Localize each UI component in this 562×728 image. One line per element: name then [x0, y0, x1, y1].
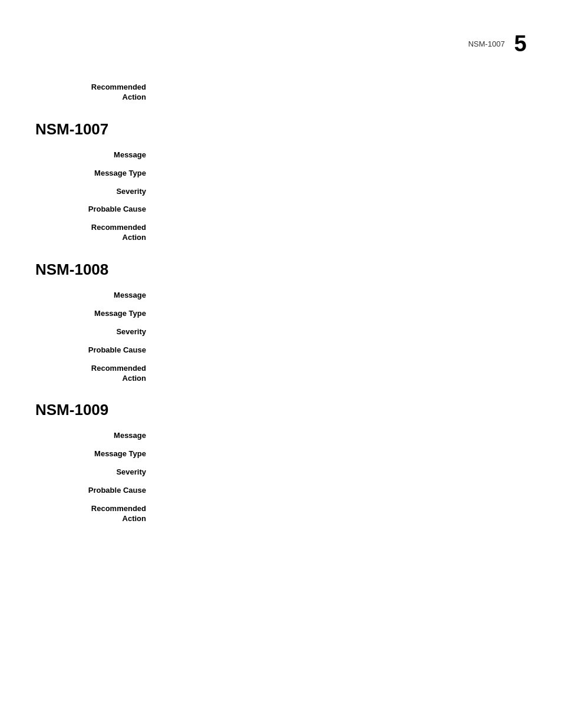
field-row-message-1008: Message — [35, 291, 527, 301]
section-title-nsm-1007: NSM-1007 — [35, 120, 527, 139]
section-nsm-1008: NSM-1008 Message Message Type Severity P… — [35, 261, 527, 383]
field-label-messagetype-1009: Message Type — [35, 449, 153, 459]
field-row-severity-1008: Severity — [35, 327, 527, 337]
field-label-probablecause-1007: Probable Cause — [35, 205, 153, 215]
field-label-probablecause-1008: Probable Cause — [35, 345, 153, 355]
field-value-messagetype-1007 — [153, 169, 527, 179]
field-value-probablecause-1009 — [153, 486, 527, 496]
page-container: NSM-1007 5 RecommendedAction NSM-1007 Me… — [0, 0, 562, 728]
field-value-probablecause-1007 — [153, 205, 527, 215]
section-nsm-1009: NSM-1009 Message Message Type Severity P… — [35, 401, 527, 523]
field-row-recommendedaction-1008: RecommendedAction — [35, 364, 527, 384]
field-row-messagetype-1009: Message Type — [35, 449, 527, 459]
section-nsm-1007: NSM-1007 Message Message Type Severity P… — [35, 120, 527, 243]
field-value-recommendedaction-1009 — [153, 504, 527, 524]
field-label-messagetype-1008: Message Type — [35, 309, 153, 319]
field-row-messagetype-1008: Message Type — [35, 309, 527, 319]
content-area: RecommendedAction NSM-1007 Message Messa… — [35, 83, 527, 524]
field-row-recommendedaction-1009: RecommendedAction — [35, 504, 527, 524]
field-label-severity-1008: Severity — [35, 327, 153, 337]
section-title-nsm-1009: NSM-1009 — [35, 401, 527, 419]
field-value-recommendedaction-1008 — [153, 364, 527, 384]
field-value-message-1007 — [153, 150, 527, 160]
field-row-probablecause-1009: Probable Cause — [35, 486, 527, 496]
field-label-probablecause-1009: Probable Cause — [35, 486, 153, 496]
field-value-messagetype-1009 — [153, 449, 527, 459]
field-value-probablecause-1008 — [153, 345, 527, 355]
field-row-message-1009: Message — [35, 431, 527, 441]
top-recommended-action-row: RecommendedAction — [35, 83, 527, 103]
field-row-recommendedaction-1007: RecommendedAction — [35, 223, 527, 243]
field-row-message-1007: Message — [35, 150, 527, 160]
field-label-recommendedaction-1007: RecommendedAction — [35, 223, 153, 243]
field-label-messagetype-1007: Message Type — [35, 169, 153, 179]
field-row-severity-1009: Severity — [35, 467, 527, 477]
field-label-recommendedaction-1008: RecommendedAction — [35, 364, 153, 384]
field-label-message-1007: Message — [35, 150, 153, 160]
field-value-message-1009 — [153, 431, 527, 441]
top-recommended-action-label: RecommendedAction — [35, 83, 153, 103]
page-header: NSM-1007 5 — [468, 32, 527, 55]
field-value-message-1008 — [153, 291, 527, 301]
field-value-severity-1009 — [153, 467, 527, 477]
field-value-severity-1007 — [153, 187, 527, 197]
header-page-number: 5 — [514, 32, 527, 55]
section-title-nsm-1008: NSM-1008 — [35, 261, 527, 279]
top-recommended-action-value — [153, 83, 527, 103]
header-label: NSM-1007 — [468, 39, 505, 48]
field-row-probablecause-1008: Probable Cause — [35, 345, 527, 355]
field-label-recommendedaction-1009: RecommendedAction — [35, 504, 153, 524]
field-label-severity-1007: Severity — [35, 187, 153, 197]
field-row-severity-1007: Severity — [35, 187, 527, 197]
field-row-probablecause-1007: Probable Cause — [35, 205, 527, 215]
field-label-message-1008: Message — [35, 291, 153, 301]
field-value-severity-1008 — [153, 327, 527, 337]
field-label-message-1009: Message — [35, 431, 153, 441]
field-value-messagetype-1008 — [153, 309, 527, 319]
field-value-recommendedaction-1007 — [153, 223, 527, 243]
field-row-messagetype-1007: Message Type — [35, 169, 527, 179]
field-label-severity-1009: Severity — [35, 467, 153, 477]
